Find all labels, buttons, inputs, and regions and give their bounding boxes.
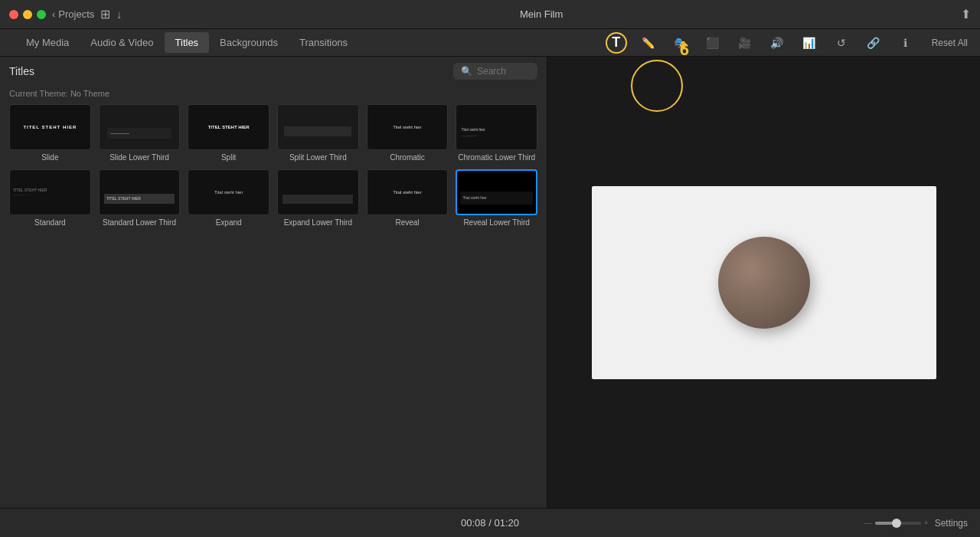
draw-tool-button[interactable]: ✏️ — [638, 32, 659, 54]
list-item[interactable]: TITEL STEHT HIER Standard Lower Third — [99, 169, 181, 227]
tab-my-media[interactable]: My Media — [15, 32, 80, 53]
reset-all-button[interactable]: Reset All — [932, 38, 968, 48]
titles-grid: TITEL STEHT HIER Slide ————— Slide Lower… — [0, 104, 547, 236]
list-item[interactable]: Titel steht hier ————— Chromatic Lower T… — [456, 104, 537, 162]
link-tool-button[interactable]: 🔗 — [863, 32, 884, 54]
title-label: Slide — [41, 153, 58, 162]
nav-tabs: My Media Audio & Video Titles Background… — [0, 32, 358, 53]
panel-header: Titles 🔍 — [0, 57, 547, 86]
search-input[interactable] — [477, 66, 531, 77]
chart-tool-button[interactable]: 📊 — [799, 32, 820, 54]
title-label: Expand — [216, 218, 242, 227]
titlebar-left: ‹ Projects ⊞ ↓ — [9, 7, 122, 21]
total-time: 01:20 — [494, 517, 519, 529]
share-icon[interactable]: ⬆ — [961, 7, 971, 21]
library-icon: ⊞ — [100, 7, 110, 21]
toolbar-nav: My Media Audio & Video Titles Background… — [0, 29, 980, 57]
list-item[interactable]: Expand Lower Third — [277, 169, 359, 227]
list-item[interactable]: ————— Slide Lower Third — [99, 104, 181, 162]
search-box[interactable]: 🔍 — [453, 63, 537, 80]
tab-transitions[interactable]: Transitions — [289, 32, 358, 53]
maximize-button[interactable] — [37, 10, 46, 19]
title-label: Reveal Lower Third — [463, 218, 530, 227]
window-title: Mein Film — [520, 8, 563, 20]
left-panel: Titles 🔍 Current Theme: No Theme TITEL S… — [0, 57, 547, 508]
back-button[interactable]: ‹ Projects — [52, 8, 94, 20]
list-item[interactable]: TITEL STEHT HIER Slide — [9, 104, 91, 162]
title-label: Slide Lower Third — [109, 153, 169, 162]
audio-tool-button[interactable]: 🔊 — [766, 32, 788, 54]
text-tool-button[interactable]: T — [606, 32, 627, 54]
chevron-left-icon: ‹ — [52, 8, 55, 20]
list-item[interactable]: TITEL STEHT HIER ———— Standard — [9, 169, 91, 227]
back-label: Projects — [58, 8, 94, 20]
step6-circle: 6 — [631, 60, 683, 112]
camera-tool-button[interactable]: 🎥 — [734, 32, 756, 54]
down-arrow-icon: ↓ — [116, 8, 122, 21]
crop-tool-button[interactable]: ⬛ — [702, 32, 724, 54]
list-item[interactable]: TITEL STEHT HIER Split — [188, 104, 270, 162]
list-item[interactable]: Titel steht hier Chromatic — [367, 104, 449, 162]
step6-label: 6 — [680, 40, 689, 60]
title-label: Chromatic — [390, 153, 425, 162]
title-label: Chromatic Lower Third — [458, 153, 535, 162]
preview-panel — [547, 57, 980, 508]
preview-area — [592, 186, 936, 379]
settings-button[interactable]: Settings — [935, 518, 968, 529]
preview-object — [718, 237, 810, 329]
title-label: Reveal — [395, 218, 419, 227]
titlebar-right: ⬆ — [961, 7, 971, 21]
title-label: Split Lower Third — [289, 153, 347, 162]
tab-backgrounds[interactable]: Backgrounds — [209, 32, 289, 53]
tab-audio-video[interactable]: Audio & Video — [80, 32, 164, 53]
list-item[interactable]: Tital steht hier Expand — [188, 169, 270, 227]
zoom-slider[interactable]: — + — [864, 519, 929, 527]
step6-annotation: 6 — [631, 60, 683, 112]
list-item[interactable]: Tital steht hier Reveal — [367, 169, 449, 227]
undo-tool-button[interactable]: ↺ — [831, 32, 852, 54]
title-label: Expand Lower Third — [284, 218, 352, 227]
main-content: Titles 🔍 Current Theme: No Theme TITEL S… — [0, 57, 980, 508]
title-bar: ‹ Projects ⊞ ↓ Mein Film ⬆ — [0, 0, 980, 29]
list-item[interactable]: Tital steht hier Reveal Lower Third — [456, 169, 537, 227]
section-label: Current Theme: No Theme — [0, 86, 547, 104]
minimize-button[interactable] — [23, 10, 32, 19]
current-time: 00:08 — [461, 517, 486, 529]
tool-buttons: T ✏️ 🎭 ⬛ 🎥 🔊 📊 ↺ 🔗 ℹ — [606, 32, 929, 54]
close-button[interactable] — [9, 10, 18, 19]
title-label: Split — [221, 153, 236, 162]
panel-title: Titles — [9, 65, 34, 77]
title-label: Standard Lower Third — [103, 218, 176, 227]
timecode: 00:08 / 01:20 — [461, 517, 519, 529]
search-icon: 🔍 — [461, 66, 472, 77]
traffic-lights — [9, 10, 46, 19]
title-label: Standard — [34, 218, 66, 227]
timeline-bar: 00:08 / 01:20 — + Settings — [0, 508, 980, 537]
list-item[interactable]: Split Lower Third — [277, 104, 359, 162]
info-tool-button[interactable]: ℹ — [895, 32, 916, 54]
tab-titles[interactable]: Titles — [165, 32, 210, 53]
